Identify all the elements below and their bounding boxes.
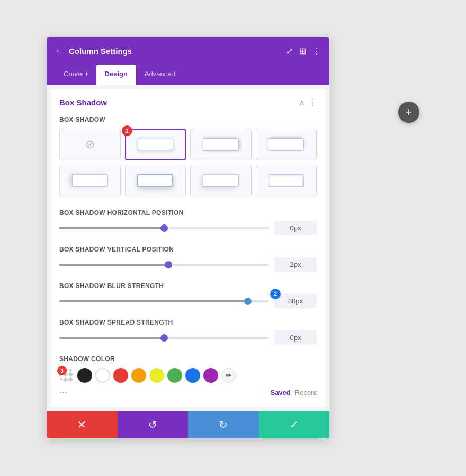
swatch-blue[interactable] [185,368,200,383]
shadow-preset-7[interactable] [256,165,317,196]
undo-button[interactable]: ↺ [118,411,189,438]
shadow-preset-none[interactable]: ⊘ [59,129,121,160]
horizontal-track[interactable] [59,227,269,229]
horizontal-slider-row [59,221,317,235]
spread-control: Box Shadow Spread Strength [59,319,317,345]
preset-4-box [72,174,108,186]
horizontal-fill [59,227,164,229]
swatch-transparent[interactable]: 3 [59,368,74,383]
settings-panel: ← Column Settings ⤢ ⊞ ⋮ Content Design A… [47,37,329,438]
redo-button[interactable]: ↻ [188,411,259,438]
badge-1: 1 [122,125,132,136]
swatch-black[interactable] [77,368,92,383]
swatch-green[interactable] [167,368,182,383]
box-shadow-section: Box Shadow ∧ ⋮ Box Shadow ⊘ [51,89,325,407]
shadow-preset-2[interactable] [190,129,252,160]
shadow-preset-4[interactable] [59,165,121,196]
badge-3: 3 [57,366,67,375]
more-icon[interactable]: ⋮ [312,46,321,56]
swatch-orange[interactable] [131,368,146,383]
add-button[interactable]: + [398,102,419,123]
tab-bar: Content Design Advanced [47,65,329,85]
preset-6-box [203,174,239,186]
badge-2: 2 [270,289,281,299]
blur-track[interactable] [59,300,269,302]
saved-button[interactable]: Saved [270,389,290,397]
color-swatches: 3 ✏ [59,368,317,383]
blur-control: Box Shadow Blur Strength 2 [59,282,317,308]
spread-slider-row [59,330,317,345]
spread-fill [59,337,164,339]
horizontal-label: Box Shadow Horizontal Position [59,209,317,217]
swatch-yellow[interactable] [149,368,164,383]
preset-1-box [138,139,173,150]
tab-content[interactable]: Content [55,65,96,85]
spread-label: Box Shadow Spread Strength [59,319,317,326]
section-title: Box Shadow [59,98,107,107]
back-icon[interactable]: ← [55,46,64,56]
spread-value[interactable] [274,330,317,345]
save-button[interactable]: ✓ [259,411,330,438]
swatch-red[interactable] [113,368,128,383]
blur-value[interactable] [274,294,317,308]
layout-icon[interactable]: ⊞ [299,46,306,56]
collapse-icon[interactable]: ∧ [299,97,305,107]
preset-3-box [268,138,304,150]
preset-7-box [268,174,304,186]
shadow-color-label: Shadow Color [59,355,317,363]
panel-content: Box Shadow ∧ ⋮ Box Shadow ⊘ [47,85,329,411]
vertical-slider-row [59,257,317,272]
blur-thumb[interactable] [244,298,252,305]
section-header: Box Shadow ∧ ⋮ [59,97,317,107]
dots-icon[interactable]: ··· [59,387,67,398]
swatch-pencil[interactable]: ✏ [221,368,236,383]
recent-button[interactable]: Recent [295,389,317,397]
section-controls: ∧ ⋮ [299,97,317,107]
shadow-preset-1[interactable]: 1 [125,129,186,160]
cancel-button[interactable]: ✕ [47,411,118,438]
expand-icon[interactable]: ⤢ [286,46,293,56]
shadow-presets-grid: ⊘ 1 [59,129,317,196]
section-more-icon[interactable]: ⋮ [308,97,317,107]
vertical-label: Box Shadow Vertical Position [59,246,317,253]
header-icons: ⤢ ⊞ ⋮ [286,46,321,56]
horizontal-thumb[interactable] [160,224,168,232]
vertical-track[interactable] [59,264,269,266]
tab-design[interactable]: Design [96,65,136,85]
shadow-color-section: Shadow Color 3 ✏ [59,355,317,398]
vertical-fill [59,264,168,266]
tab-advanced[interactable]: Advanced [136,65,184,85]
swatch-white[interactable] [95,368,110,383]
panel-title: Column Settings [69,47,281,56]
shadow-preset-5[interactable] [125,165,186,196]
blur-fill [59,300,248,302]
horizontal-value[interactable] [274,221,317,235]
shadow-preset-3[interactable] [256,129,317,160]
vertical-thumb[interactable] [165,261,172,268]
horizontal-control: Box Shadow Horizontal Position [59,209,317,235]
spread-track[interactable] [59,337,269,339]
spread-thumb[interactable] [160,334,168,342]
panel-header: ← Column Settings ⤢ ⊞ ⋮ [47,37,329,65]
vertical-value[interactable] [274,257,317,272]
vertical-control: Box Shadow Vertical Position [59,246,317,272]
shadow-preset-6[interactable] [190,165,252,196]
no-shadow-icon: ⊘ [85,138,95,151]
blur-slider-row: 2 [59,294,317,308]
action-bar: ✕ ↺ ↻ ✓ [47,411,329,438]
swatch-purple[interactable] [203,368,218,383]
blur-label: Box Shadow Blur Strength [59,282,317,290]
preset-5-box [137,174,173,186]
box-shadow-label: Box Shadow [59,116,317,123]
preset-2-box [203,138,239,150]
saved-recent-row: ··· Saved Recent [59,387,317,398]
